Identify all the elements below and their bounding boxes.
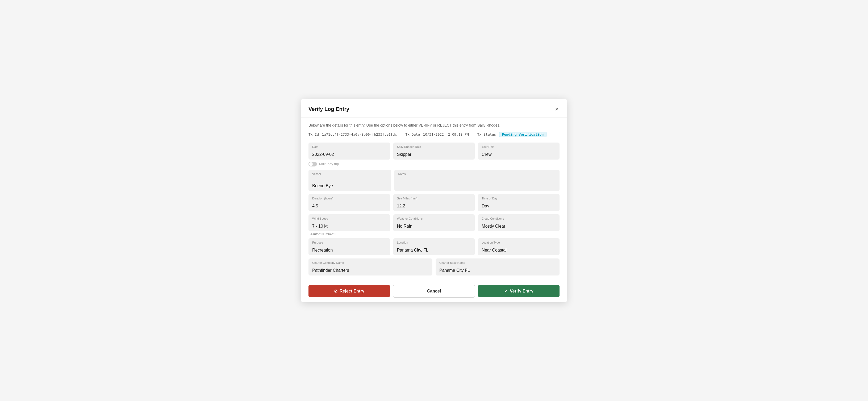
tx-id-label: Tx Id: [308, 132, 321, 136]
multi-day-row: Multi-day trip [308, 162, 560, 166]
wind-speed-value: 7 - 10 kt [312, 224, 386, 229]
charter-company-field: Charter Company Name Pathfinder Charters [308, 258, 432, 276]
sally-role-label: Sally Rhodes Role [397, 145, 471, 148]
charter-base-field: Charter Base Name Panama City FL [436, 258, 560, 276]
cloud-field: Cloud Conditions Mostly Clear [478, 214, 560, 232]
sea-miles-field: Sea Miles (nm.) 12.2 [393, 194, 475, 211]
description-text: Below are the details for this entry. Us… [308, 123, 560, 127]
time-of-day-field: Time of Day Day [478, 194, 560, 211]
your-role-value: Crew [482, 152, 556, 157]
cancel-label: Cancel [427, 289, 441, 294]
location-field: Location Panama City, FL [393, 238, 475, 255]
date-field: Date 2022-09-02 [308, 143, 390, 159]
purpose-label: Purpose [312, 241, 386, 244]
row-3: Duration (hours) 4.5 Sea Miles (nm.) 12.… [308, 194, 560, 211]
time-of-day-value: Day [482, 204, 556, 209]
tx-date: Tx Date: 10/31/2022, 2:09:18 PM [405, 132, 469, 136]
notes-field: Notes [394, 169, 560, 191]
location-type-value: Near Coastal [482, 248, 556, 253]
reject-label: Reject Entry [340, 289, 364, 294]
time-of-day-label: Time of Day [482, 197, 556, 200]
date-label: Date [312, 145, 386, 148]
beaufort-note: Beaufort Number: 3 [308, 233, 560, 236]
status-badge: Pending Verification [499, 132, 547, 137]
sally-role-value: Skipper [397, 152, 471, 157]
vessel-value: Bueno Bye [312, 183, 388, 188]
purpose-value: Recreation [312, 248, 386, 253]
vessel-label: Vessel [312, 172, 388, 176]
tx-date-value: 10/31/2022, 2:09:18 PM [423, 132, 469, 136]
cloud-label: Cloud Conditions [482, 217, 556, 220]
location-label: Location [397, 241, 471, 244]
purpose-field: Purpose Recreation [308, 238, 390, 255]
your-role-label: Your Role [482, 145, 556, 148]
multi-day-toggle[interactable] [308, 162, 317, 166]
duration-field: Duration (hours) 4.5 [308, 194, 390, 211]
close-button[interactable]: × [554, 105, 560, 113]
cancel-button[interactable]: Cancel [393, 285, 475, 298]
date-value: 2022-09-02 [312, 152, 386, 157]
modal-body: Below are the details for this entry. Us… [301, 118, 567, 280]
transaction-info: Tx Id: 1a71cb4f-2733-4a0a-8b06-fb233fce1… [308, 132, 560, 137]
row-6: Charter Company Name Pathfinder Charters… [308, 258, 560, 276]
row-1: Date 2022-09-02 Sally Rhodes Role Skippe… [308, 143, 560, 159]
charter-base-label: Charter Base Name [439, 261, 556, 264]
tx-status-label: Tx Status: [477, 132, 498, 136]
reject-button[interactable]: ⊘ Reject Entry [308, 285, 390, 297]
modal-header: Verify Log Entry × [301, 99, 567, 118]
row-4: Wind Speed 7 - 10 kt Weather Conditions … [308, 214, 560, 232]
verify-icon: ✓ [504, 288, 508, 294]
weather-field: Weather Conditions No Rain [393, 214, 475, 232]
reject-icon: ⊘ [334, 288, 338, 294]
wind-speed-label: Wind Speed [312, 217, 386, 220]
vessel-field: Vessel Bueno Bye [308, 169, 391, 191]
row-5: Purpose Recreation Location Panama City,… [308, 238, 560, 255]
wind-speed-field: Wind Speed 7 - 10 kt [308, 214, 390, 232]
multi-day-label: Multi-day trip [319, 162, 339, 166]
notes-label: Notes [398, 172, 556, 176]
modal-title: Verify Log Entry [308, 106, 349, 112]
tx-id-value: 1a71cb4f-2733-4a0a-8b06-fb233fce1fdc [322, 132, 397, 136]
weather-label: Weather Conditions [397, 217, 471, 220]
cloud-value: Mostly Clear [482, 224, 556, 229]
verify-button[interactable]: ✓ Verify Entry [478, 285, 560, 297]
tx-status: Tx Status: Pending Verification [477, 132, 547, 137]
sally-role-field: Sally Rhodes Role Skipper [393, 143, 475, 159]
weather-value: No Rain [397, 224, 471, 229]
verify-log-entry-modal: Verify Log Entry × Below are the details… [301, 99, 567, 302]
sea-miles-value: 12.2 [397, 204, 471, 209]
charter-company-value: Pathfinder Charters [312, 268, 429, 273]
your-role-field: Your Role Crew [478, 143, 560, 159]
tx-date-label: Tx Date: [405, 132, 422, 136]
duration-label: Duration (hours) [312, 197, 386, 200]
location-type-label: Location Type [482, 241, 556, 244]
tx-id: Tx Id: 1a71cb4f-2733-4a0a-8b06-fb233fce1… [308, 132, 397, 136]
verify-label: Verify Entry [510, 289, 533, 294]
charter-company-label: Charter Company Name [312, 261, 429, 264]
location-type-field: Location Type Near Coastal [478, 238, 560, 255]
row-2: Vessel Bueno Bye Notes [308, 169, 560, 191]
sea-miles-label: Sea Miles (nm.) [397, 197, 471, 200]
duration-value: 4.5 [312, 204, 386, 209]
modal-footer: ⊘ Reject Entry Cancel ✓ Verify Entry [301, 280, 567, 302]
charter-base-value: Panama City FL [439, 268, 556, 273]
location-value: Panama City, FL [397, 248, 471, 253]
